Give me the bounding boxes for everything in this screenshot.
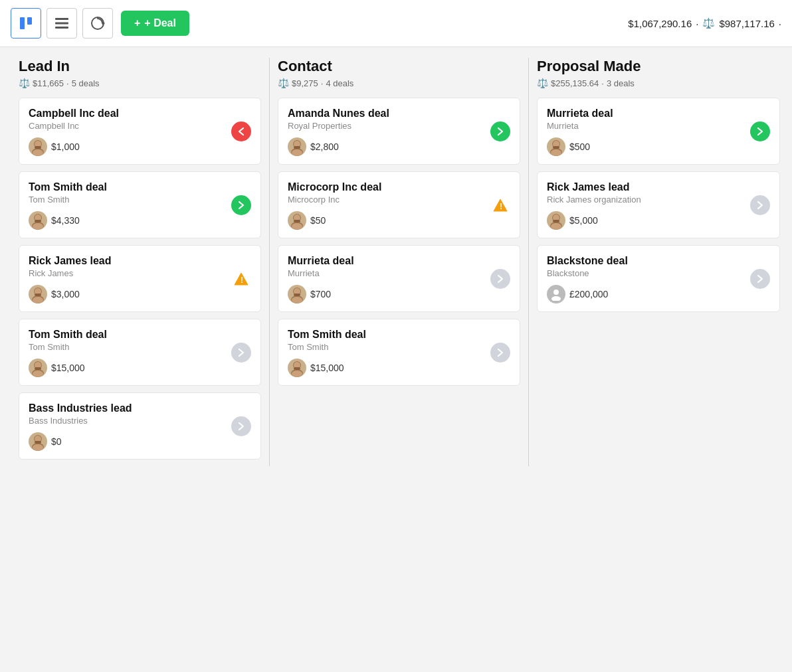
deal-card[interactable]: Microcorp Inc dealMicrocorp Inc$50! [278,171,520,238]
svg-rect-50 [294,294,300,296]
deal-card[interactable]: Tom Smith dealTom Smith$4,330 [19,171,261,238]
card-subtitle: Rick James [29,268,251,278]
card-bottom: £200,000 [547,285,770,303]
svg-rect-33 [35,441,41,444]
avatar [288,359,306,377]
card-bottom: $700 [288,285,510,303]
card-title: Tom Smith deal [29,181,251,193]
kanban-view-button[interactable] [11,8,41,39]
deal-card[interactable]: Rick James leadRick James organization$5… [537,171,780,238]
card-subtitle: Campbell Inc [29,121,251,131]
svg-point-49 [292,297,302,303]
add-deal-label: + Deal [144,17,176,29]
card-action-button[interactable] [490,343,510,363]
card-subtitle: Rick James organization [547,195,770,205]
column-header-proposal-made: Proposal Made⚖️$255,135.64·3 deals [537,58,780,88]
column-header-lead-in: Lead In⚖️$11,665·5 deals [19,58,261,88]
list-view-button[interactable] [47,8,77,39]
card-bottom: $5,000 [547,211,770,230]
deal-card[interactable]: Blackstone dealBlackstone£200,000 [537,245,780,312]
card-amount: $50 [310,215,326,226]
deal-card[interactable]: Murrieta dealMurrieta$500 [537,98,780,165]
toolbar-stats: $1,067,290.16 · ⚖️ $987,117.16 · [628,17,781,29]
card-title: Bass Industries lead [29,402,251,414]
svg-point-64 [551,223,561,230]
card-action-button[interactable] [750,195,770,215]
deal-card[interactable]: Tom Smith dealTom Smith$15,000 [19,319,261,386]
scale-icon: ⚖️ [537,78,548,88]
scale-icon: ⚖️ [278,78,289,88]
column-deals: 4 deals [326,78,353,88]
column-deals: 3 deals [607,78,635,88]
avatar [547,211,565,230]
deal-card[interactable]: Tom Smith dealTom Smith$15,000 [278,319,520,386]
scale-icon: ⚖️ [702,17,715,29]
card-amount: $15,000 [51,363,85,373]
svg-rect-11 [35,146,41,149]
svg-point-32 [33,444,43,451]
stats-separator: · [696,18,698,29]
card-action-button[interactable] [750,122,770,141]
deal-card[interactable]: Rick James leadRick James$3,000! [19,245,261,312]
stats-dot2: · [779,18,781,29]
card-title: Rick James lead [547,181,770,193]
stats-weighted: $987,117.16 [719,18,774,29]
svg-point-27 [33,371,43,377]
card-amount: $3,000 [51,289,80,299]
card-bottom: $4,330 [29,211,251,230]
column-meta-proposal-made: ⚖️$255,135.64·3 deals [537,78,780,88]
column-contact: Contact⚖️$9,275·4 dealsAmanda Nunes deal… [270,58,529,466]
card-action-button[interactable]: ! [231,269,251,289]
card-action-button[interactable] [750,269,770,289]
card-bottom: $0 [29,432,251,451]
svg-point-66 [553,290,559,295]
svg-point-59 [551,149,561,156]
card-bottom: $500 [547,137,770,156]
card-action-button[interactable] [231,343,251,363]
card-action-button[interactable] [490,122,510,141]
deal-card[interactable]: Bass Industries leadBass Industries$0 [19,392,261,460]
svg-rect-4 [55,27,68,29]
card-bottom: $50 [288,211,510,230]
card-title: Tom Smith deal [29,329,251,341]
card-amount: £200,000 [569,289,608,299]
card-amount: $700 [310,289,331,299]
card-subtitle: Tom Smith [288,342,510,352]
deal-card[interactable]: Campbell Inc dealCampbell Inc$1,000 [19,98,261,165]
card-action-button[interactable]: ! [490,195,510,215]
plus-icon: + [134,17,140,29]
svg-point-10 [33,149,43,156]
card-amount: $500 [569,141,590,152]
card-bottom: $15,000 [288,359,510,377]
avatar [29,285,47,303]
column-title-contact: Contact [278,58,520,75]
add-deal-button[interactable]: + + Deal [121,11,189,36]
card-amount: $4,330 [51,215,80,226]
card-action-button[interactable] [231,122,251,141]
svg-point-42 [292,223,302,230]
deal-card[interactable]: Amanda Nunes dealRoyal Properties$2,800 [278,98,520,165]
column-proposal-made: Proposal Made⚖️$255,135.64·3 dealsMurrie… [529,58,788,466]
avatar [29,359,47,377]
card-bottom: $3,000 [29,285,251,303]
avatar [29,211,47,230]
svg-rect-60 [553,146,559,149]
avatar [288,211,306,230]
deal-card[interactable]: Murrieta dealMurrieta$700 [278,245,520,312]
card-action-button[interactable] [231,416,251,436]
svg-point-67 [551,296,561,301]
column-title-proposal-made: Proposal Made [537,58,780,75]
column-meta-contact: ⚖️$9,275·4 deals [278,78,520,88]
card-subtitle: Tom Smith [29,342,251,352]
column-amount: $9,275 [292,78,318,88]
card-action-button[interactable] [490,269,510,289]
card-action-button[interactable] [231,195,251,215]
column-amount: $255,135.64 [551,78,599,88]
card-bottom: $15,000 [29,359,251,377]
svg-point-15 [33,223,43,230]
avatar [29,432,47,451]
rotate-view-button[interactable] [82,8,113,39]
column-amount: $11,665 [33,78,64,88]
column-lead-in: Lead In⚖️$11,665·5 dealsCampbell Inc dea… [11,58,270,466]
card-amount: $1,000 [51,141,80,152]
